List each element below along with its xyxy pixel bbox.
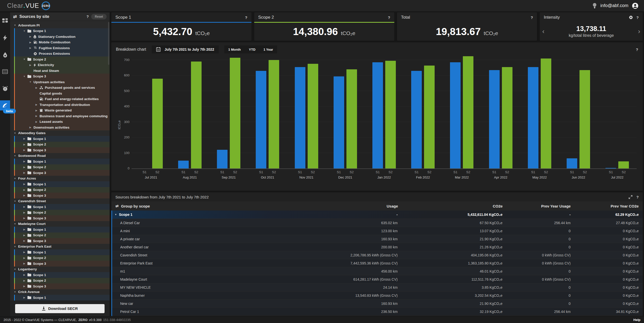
- tree-item-scope-1[interactable]: ▶Scope 1: [15, 295, 110, 301]
- bar-s2-aug-2021[interactable]: [191, 62, 202, 168]
- caret-right-icon[interactable]: ▶: [23, 257, 26, 259]
- caret-down-icon[interactable]: ▼: [14, 132, 16, 134]
- tree-item-scotswood-road[interactable]: ▼Scotswood Road: [12, 153, 110, 159]
- tree-item-leased-assets[interactable]: ▶Leased assets: [15, 119, 110, 125]
- table-row-my-new-vehicle[interactable]: MY NEW VEHICLE24.14 km3.85 KgCO₂e00 KgCO…: [112, 283, 643, 291]
- col-prev-year-usage[interactable]: Prev Year Usage: [503, 204, 571, 208]
- caret-right-icon[interactable]: ▶: [23, 143, 26, 146]
- table-row-m1[interactable]: m1456.00 km46.01 KgCO₂e00 KgCO₂e: [112, 267, 643, 275]
- caret-right-icon[interactable]: ▶: [23, 166, 26, 168]
- tree-item-downstream-activities[interactable]: ▶Downstream activities: [15, 125, 110, 130]
- tree-item-scope-1[interactable]: ▶Scope 1: [15, 249, 110, 255]
- caret-right-icon[interactable]: ▶: [23, 279, 26, 282]
- bar-s2-mar-2022[interactable]: [463, 56, 473, 168]
- tree-item-scope-1[interactable]: ▼Scope 1: [15, 28, 110, 34]
- tree-item-madelayne-court[interactable]: ▼Madelayne Court: [12, 221, 110, 227]
- caret-down-icon[interactable]: ▼: [14, 291, 16, 293]
- table-row-a-diesel-car[interactable]: A Diesel Car635.02 km67.50 KgCO₂e256.44 …: [112, 219, 643, 227]
- caret-right-icon[interactable]: ▶: [23, 205, 26, 208]
- caret-down-icon[interactable]: ▼: [23, 75, 26, 78]
- rail-item-carbon[interactable]: beta: [0, 100, 10, 110]
- tree-item-capital-goods[interactable]: Capital goods: [15, 91, 110, 96]
- group-caret-down-icon[interactable]: ▼: [115, 213, 117, 216]
- bar-s1-aug-2021[interactable]: [178, 161, 189, 168]
- caret-right-icon[interactable]: ▶: [23, 234, 26, 237]
- tree-item-process-emissions[interactable]: Process Emissions: [15, 51, 110, 57]
- bar-s2-jul-2021[interactable]: [152, 79, 163, 168]
- tree-item-crick-avenue[interactable]: ▼Crick Avenue: [12, 289, 110, 295]
- bar-s2-jun-2022[interactable]: [579, 70, 590, 168]
- rail-item-dashboard[interactable]: [0, 16, 10, 26]
- reset-button[interactable]: Reset: [91, 14, 107, 19]
- tree-item-alwoodley-gates[interactable]: ▼Alwoodley Gates: [12, 130, 110, 136]
- intensity-next-arrow[interactable]: ›: [638, 28, 640, 35]
- bar-s1-apr-2022[interactable]: [489, 70, 500, 168]
- rail-item-energy[interactable]: [0, 33, 10, 43]
- caret-right-icon[interactable]: ▶: [29, 47, 32, 49]
- rail-item-meters[interactable]: [0, 67, 10, 77]
- tree-item-cavendish-street[interactable]: ▼Cavendish Street: [12, 198, 110, 204]
- caret-right-icon[interactable]: ▶: [29, 35, 32, 38]
- caret-down-icon[interactable]: ▼: [14, 177, 16, 180]
- bar-s2-apr-2022[interactable]: [502, 67, 512, 168]
- caret-down-icon[interactable]: ▼: [14, 223, 16, 225]
- caret-right-icon[interactable]: ▶: [23, 137, 26, 140]
- tree-item-scope-3[interactable]: ▼Scope 3: [15, 74, 110, 79]
- caret-right-icon[interactable]: ▶: [23, 211, 26, 214]
- bar-s2-jan-2022[interactable]: [385, 61, 396, 168]
- tree-item-scope-3[interactable]: ▶Scope 3: [15, 261, 110, 267]
- bar-s2-may-2022[interactable]: [541, 58, 551, 168]
- chart-help-icon[interactable]: ?: [636, 47, 638, 52]
- user-email[interactable]: info@abf.com: [600, 3, 628, 8]
- user-avatar-icon[interactable]: [632, 3, 638, 9]
- caret-right-icon[interactable]: ▶: [35, 109, 38, 112]
- bar-s2-feb-2022[interactable]: [424, 66, 435, 169]
- tree-item-scope-1[interactable]: ▶Scope 1: [15, 136, 110, 142]
- table-row-a-private-car[interactable]: A private car160.93 km21.90 KgCO₂e00 KgC…: [112, 235, 643, 243]
- rail-item-alarms[interactable]: !: [0, 83, 10, 94]
- caret-right-icon[interactable]: ▶: [23, 194, 26, 197]
- col-prev-year-co2e[interactable]: Prev Year CO2e: [571, 204, 639, 208]
- tree-item-enterprise-park-east[interactable]: ▼Enterprise Park East: [12, 244, 110, 250]
- tree-item-scope-1[interactable]: ▶Scope 1: [15, 159, 110, 164]
- bar-s1-feb-2022[interactable]: [411, 71, 422, 168]
- caret-right-icon[interactable]: ▶: [23, 183, 26, 185]
- tree-item-scope-3[interactable]: ▶Scope 3: [15, 238, 110, 244]
- tree-item-scope-2[interactable]: ▶Scope 2: [15, 164, 110, 170]
- bar-s1-jun-2022[interactable]: [567, 158, 577, 168]
- caret-down-icon[interactable]: ▼: [14, 24, 16, 26]
- bar-s1-dec-2021[interactable]: [334, 76, 344, 169]
- caret-right-icon[interactable]: ▶: [23, 262, 26, 265]
- table-row-a-mini[interactable]: A mini123.00 km13.07 KgCO₂e00 KgCO₂e: [112, 227, 643, 235]
- tree-item-scope-1[interactable]: ▶Scope 1: [15, 272, 110, 278]
- lightbulb-icon[interactable]: [592, 3, 597, 9]
- bar-s1-oct-2021[interactable]: [256, 71, 266, 168]
- caret-down-icon[interactable]: ▼: [14, 245, 16, 248]
- tree-item-upstream-activities[interactable]: ▼Upstream activities: [15, 79, 110, 85]
- scope2-help-icon[interactable]: ?: [388, 15, 390, 20]
- bar-s1-nov-2021[interactable]: [295, 67, 305, 168]
- tree-item-scope-2[interactable]: ▶Scope 2: [15, 232, 110, 238]
- tree-item-fuel-and-energy-related-activities[interactable]: Fuel and energy-related activities: [15, 96, 110, 102]
- caret-right-icon[interactable]: ▶: [29, 64, 32, 66]
- tree-item-business-travel-and-employee-commuting[interactable]: ▶Business travel and employee commuting: [15, 113, 110, 119]
- caret-down-icon[interactable]: ▼: [14, 200, 16, 202]
- caret-down-icon[interactable]: ▼: [14, 268, 16, 271]
- caret-right-icon[interactable]: ▶: [23, 274, 26, 276]
- caret-right-icon[interactable]: ▶: [23, 189, 26, 191]
- tree-item-heat-and-steam[interactable]: Heat and Steam: [15, 68, 110, 74]
- tree-item-loganberry[interactable]: ▼Loganberry: [12, 267, 110, 272]
- bar-s2-jul-2022[interactable]: [618, 161, 629, 168]
- bar-s2-sep-2021[interactable]: [230, 58, 240, 168]
- caret-right-icon[interactable]: ▶: [23, 217, 26, 219]
- group-swap-icon[interactable]: ⇄: [115, 204, 119, 208]
- caret-right-icon[interactable]: ▶: [35, 86, 38, 89]
- swap-icon[interactable]: ⇄: [13, 14, 17, 19]
- table-row-enterprise-park-east[interactable]: Enterprise Park East7,442,595.36 kWh (Gr…: [112, 259, 643, 267]
- caret-right-icon[interactable]: ▶: [23, 285, 26, 287]
- date-range-picker[interactable]: July 7th 2021 to July 7th 2022: [152, 45, 219, 53]
- tree-item-stationary-combustion[interactable]: ▶Stationary Combustion: [15, 34, 110, 40]
- tree-item-arboretum-pl[interactable]: ▼Arboretum Pl: [12, 22, 110, 28]
- caret-right-icon[interactable]: ▶: [23, 149, 26, 151]
- expand-icon[interactable]: [629, 195, 632, 199]
